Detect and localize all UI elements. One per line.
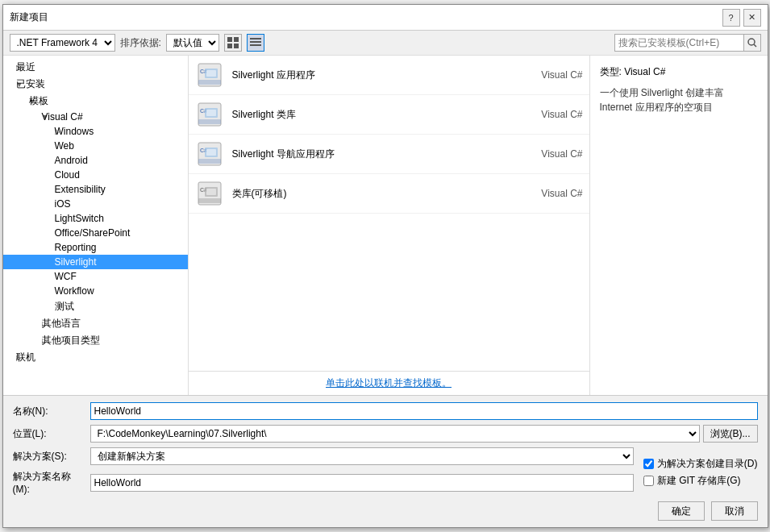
grid-view-button[interactable] [224, 34, 242, 52]
template-icon-sl-nav: C# [195, 139, 224, 168]
svg-rect-4 [250, 38, 261, 39]
tree-label-wcf: WCF [55, 271, 188, 282]
template-type-sl-portable: Visual C# [518, 188, 583, 199]
sort-select[interactable]: 默认值 [166, 34, 219, 52]
sidebar-item-extensibility[interactable]: Extensibility [3, 182, 188, 197]
template-type-sl-app: Visual C# [518, 69, 583, 81]
tree-label-android: Android [55, 155, 188, 166]
create-dir-label: 为解决方案创建目录(D) [657, 457, 758, 471]
sidebar-item-workflow[interactable]: Workflow [3, 284, 188, 298]
create-dir-checkbox[interactable] [643, 459, 654, 469]
new-project-dialog: 新建项目 ? ✕ .NET Framework 4 排序依据: 默认值 [2, 4, 768, 528]
sidebar-item-web[interactable]: Web [3, 139, 188, 153]
solution-name-input[interactable] [90, 474, 634, 492]
sidebar: ▷ 最近 ▼ 已安装 ▼ 模板 ▼ Visual C# ▷ Windows We… [3, 56, 189, 395]
sidebar-item-test[interactable]: 测试 [3, 298, 188, 315]
search-box [614, 34, 761, 52]
sidebar-item-online[interactable]: ▷ 联机 [3, 349, 188, 366]
template-footer: 单击此处以联机并查找模板。 [189, 371, 589, 395]
svg-rect-0 [227, 37, 232, 42]
git-repo-label: 新建 GIT 存储库(G) [657, 474, 741, 488]
svg-rect-17 [206, 110, 216, 116]
sidebar-item-installed[interactable]: ▼ 已安装 [3, 76, 188, 93]
template-type-sl-nav: Visual C# [518, 148, 583, 160]
location-select[interactable]: F:\CodeMonkey\Learning\07.Silverlight\ [90, 425, 700, 443]
sidebar-item-other-langs[interactable]: ▷ 其他语言 [3, 315, 188, 332]
svg-rect-6 [250, 44, 261, 46]
title-bar: 新建项目 ? ✕ [3, 5, 768, 31]
tree-label-installed: 已安装 [16, 77, 188, 91]
tree-label-reporting: Reporting [55, 242, 188, 253]
sidebar-item-wcf[interactable]: WCF [3, 269, 188, 284]
browse-button[interactable]: 浏览(B)... [703, 425, 758, 443]
info-panel: 类型: Visual C# 一个使用 Silverlight 创建丰富 Inte… [590, 56, 768, 395]
sidebar-item-cloud[interactable]: Cloud [3, 168, 188, 182]
tree-label-workflow: Workflow [55, 285, 188, 297]
svg-rect-12 [206, 70, 216, 77]
sidebar-item-reporting[interactable]: Reporting [3, 240, 188, 255]
search-input[interactable] [614, 34, 743, 52]
solution-name-row: 解决方案名称(M): [13, 470, 634, 495]
solution-label: 解决方案(S): [13, 450, 85, 463]
template-item-sl-nav[interactable]: C# Silverlight 导航应用程序Visual C# [189, 135, 589, 174]
tree-label-other-langs: 其他语言 [42, 317, 188, 330]
title-bar-buttons: ? ✕ [722, 9, 761, 27]
template-name-sl-app: Silverlight 应用程序 [232, 69, 510, 82]
tree-arrow-templates: ▼ [3, 98, 29, 106]
solution-select[interactable]: 创建新解决方案 [90, 447, 634, 465]
template-item-sl-lib[interactable]: C# Silverlight 类库Visual C# [189, 95, 589, 135]
list-view-button[interactable] [247, 34, 264, 52]
search-button[interactable] [743, 34, 761, 52]
svg-rect-18 [198, 119, 221, 124]
template-item-sl-portable[interactable]: C# 类库(可移植)Visual C# [189, 174, 589, 214]
cancel-button[interactable]: 取消 [711, 501, 758, 521]
framework-select[interactable]: .NET Framework 4 [10, 34, 115, 52]
sidebar-item-windows[interactable]: ▷ Windows [3, 124, 188, 139]
tree-arrow-other-langs: ▷ [3, 320, 42, 328]
tree-label-online: 联机 [16, 351, 188, 364]
ok-button[interactable]: 确定 [658, 501, 705, 521]
tree-label-web: Web [55, 140, 188, 152]
sidebar-item-templates[interactable]: ▼ 模板 [3, 93, 188, 110]
sidebar-item-recent[interactable]: ▷ 最近 [3, 59, 188, 76]
close-button[interactable]: ✕ [743, 9, 761, 27]
sidebar-item-visual-cs[interactable]: ▼ Visual C# [3, 110, 188, 124]
name-input[interactable] [90, 402, 758, 420]
svg-rect-23 [198, 159, 221, 164]
tree-label-templates: 模板 [29, 94, 188, 108]
svg-rect-22 [206, 149, 216, 156]
solution-row: 解决方案(S): 创建新解决方案 [13, 447, 634, 465]
tree-arrow-recent: ▷ [3, 64, 16, 72]
sidebar-item-ios[interactable]: iOS [3, 197, 188, 211]
sort-label: 排序依据: [120, 36, 161, 50]
main-content: ▷ 最近 ▼ 已安装 ▼ 模板 ▼ Visual C# ▷ Windows We… [3, 56, 768, 395]
location-label: 位置(L): [13, 427, 85, 441]
tree-label-test: 测试 [55, 300, 188, 314]
online-link[interactable]: 单击此处以联机并查找模板。 [326, 377, 452, 389]
svg-rect-27 [206, 189, 216, 195]
bottom-form: 名称(N): 位置(L): F:\CodeMonkey\Learning\07.… [3, 395, 768, 527]
template-item-sl-app[interactable]: C# Silverlight 应用程序Visual C# [189, 56, 589, 95]
sidebar-item-silverlight[interactable]: Silverlight [3, 255, 188, 269]
tree-label-cloud: Cloud [55, 169, 188, 181]
help-button[interactable]: ? [722, 9, 740, 27]
tree-label-extensibility: Extensibility [55, 184, 188, 195]
tree-label-silverlight: Silverlight [55, 256, 188, 268]
solution-row-container: 解决方案(S): 创建新解决方案 解决方案名称(M): 为解决方案创建目录(D)… [13, 447, 758, 495]
tree-label-office: Office/SharePoint [55, 227, 188, 239]
create-dir-row: 为解决方案创建目录(D) [643, 457, 758, 471]
template-name-sl-nav: Silverlight 导航应用程序 [232, 148, 510, 161]
git-repo-checkbox[interactable] [643, 476, 654, 486]
svg-rect-2 [227, 44, 232, 48]
sidebar-item-lightswitch[interactable]: LightSwitch [3, 211, 188, 226]
git-repo-row: 新建 GIT 存储库(G) [643, 474, 758, 488]
template-icon-sl-app: C# [195, 60, 224, 89]
sidebar-item-other-types[interactable]: ▷ 其他项目类型 [3, 332, 188, 349]
svg-line-8 [754, 44, 756, 47]
info-type: 类型: Visual C# [600, 65, 758, 79]
sidebar-item-office[interactable]: Office/SharePoint [3, 226, 188, 240]
tree-arrow-visual-cs: ▼ [3, 113, 42, 121]
sidebar-item-android[interactable]: Android [3, 153, 188, 168]
template-icon-sl-lib: C# [195, 100, 224, 129]
svg-rect-1 [234, 37, 239, 42]
